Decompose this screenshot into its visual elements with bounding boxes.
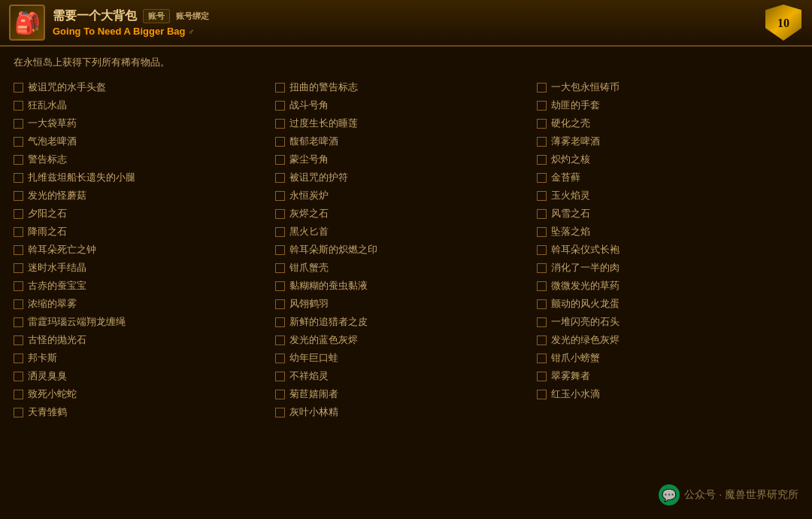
list-item: 发光的蓝色灰烬 (275, 331, 537, 349)
item-checkbox (275, 408, 285, 417)
item-label: 红玉小水滴 (551, 387, 600, 401)
list-item: 被诅咒的水手头盔 (14, 78, 275, 96)
item-checkbox (14, 83, 23, 93)
item-label: 雷霆玛瑙云端翔龙缠绳 (28, 315, 126, 329)
item-checkbox (275, 281, 285, 291)
item-label: 斡耳朵死亡之钟 (28, 243, 96, 256)
list-item: 幼年巨口蛙 (275, 349, 537, 367)
list-item: 一大包永恒铸币 (537, 78, 798, 96)
list-item: 微微发光的草药 (537, 277, 798, 295)
list-item: 斡耳朵死亡之钟 (14, 241, 275, 259)
list-item: 消化了一半的肉 (537, 259, 798, 277)
item-checkbox (537, 263, 547, 273)
item-label: 金苔藓 (551, 171, 580, 184)
item-label: 降雨之石 (28, 225, 67, 238)
list-item: 馥郁老啤酒 (275, 132, 537, 150)
item-label: 炽灼之核 (551, 153, 590, 166)
list-item: 洒灵臭臭 (14, 367, 275, 385)
item-label: 天青雏鹤 (28, 405, 67, 419)
item-label: 坠落之焰 (551, 225, 590, 238)
item-checkbox (275, 155, 285, 165)
item-checkbox (537, 209, 547, 219)
list-item: 致死小蛇蛇 (14, 385, 275, 403)
item-label: 狂乱水晶 (28, 99, 67, 112)
item-label: 不祥焰灵 (289, 369, 329, 383)
item-checkbox (275, 245, 285, 255)
item-label: 斡耳朵仪式长袍 (551, 243, 620, 256)
item-checkbox (275, 335, 285, 345)
item-checkbox (14, 281, 23, 291)
item-checkbox (14, 390, 23, 399)
item-label: 馥郁老啤酒 (289, 135, 338, 148)
item-label: 扭曲的警告标志 (289, 80, 358, 94)
list-item: 永恒炭炉 (275, 187, 537, 205)
trophy-badge: 10 (764, 3, 803, 42)
list-item: 雷霆玛瑙云端翔龙缠绳 (14, 313, 275, 331)
item-label: 钳爪小螃蟹 (551, 351, 600, 365)
item-label: 致死小蛇蛇 (28, 387, 77, 401)
item-label: 黏糊糊的蚕虫黏液 (289, 279, 368, 293)
list-item: 警告标志 (14, 150, 275, 168)
item-checkbox (14, 191, 23, 201)
item-checkbox (275, 101, 285, 111)
item-label: 菊苣嬉闹者 (289, 387, 338, 401)
item-checkbox (275, 390, 285, 399)
list-item: 气泡老啤酒 (14, 132, 275, 150)
list-item: 风雪之石 (537, 205, 798, 223)
wechat-icon: 💬 (659, 484, 680, 505)
item-checkbox (14, 137, 23, 147)
list-item: 发光的绿色灰烬 (537, 331, 798, 349)
item-checkbox (537, 155, 547, 165)
item-checkbox (537, 191, 547, 201)
list-item: 菊苣嬉闹者 (275, 385, 537, 403)
item-label: 过度生长的睡莲 (289, 117, 358, 130)
item-label: 被诅咒的护符 (289, 171, 348, 184)
item-label: 钳爪蟹壳 (289, 261, 329, 275)
item-checkbox (14, 299, 23, 309)
header: 需要一个大背包 账号 账号绑定 Going To Need A Bigger B… (0, 0, 812, 47)
item-label: 硬化之壳 (551, 117, 590, 130)
list-item: 一堆闪亮的石头 (537, 313, 798, 331)
item-checkbox (537, 354, 547, 363)
item-label: 一大包永恒铸币 (551, 80, 620, 94)
item-label: 一大袋草药 (28, 117, 77, 130)
items-container: 被诅咒的水手头盔扭曲的警告标志一大包永恒铸币狂乱水晶战斗号角劫匪的手套一大袋草药… (0, 75, 812, 424)
achievement-icon (9, 5, 45, 41)
item-label: 风翎鹤羽 (289, 297, 329, 311)
item-label: 灰烬之石 (289, 207, 329, 220)
list-item: 过度生长的睡莲 (275, 114, 537, 132)
item-checkbox (275, 372, 285, 381)
item-checkbox (537, 83, 547, 93)
list-item: 被诅咒的护符 (275, 168, 537, 187)
list-item: 夕阳之石 (14, 205, 275, 223)
header-left: 需要一个大背包 账号 账号绑定 Going To Need A Bigger B… (9, 5, 209, 41)
header-title-area: 需要一个大背包 账号 账号绑定 Going To Need A Bigger B… (53, 8, 209, 37)
item-label: 薄雾老啤酒 (551, 135, 600, 148)
item-checkbox (14, 119, 23, 129)
item-checkbox (14, 263, 23, 273)
description: 在永恒岛上获得下列所有稀有物品。 (0, 47, 812, 75)
item-label: 翠雾舞者 (551, 369, 590, 383)
item-label: 幼年巨口蛙 (289, 351, 338, 365)
list-item: 天青雏鹤 (14, 403, 275, 421)
list-item: 斡耳朵斯的炽燃之印 (275, 241, 537, 259)
list-item: 薄雾老啤酒 (537, 132, 798, 150)
item-label: 邦卡斯 (28, 351, 57, 365)
item-checkbox (537, 173, 547, 183)
item-checkbox (14, 173, 23, 183)
item-label: 灰叶小林精 (289, 405, 338, 419)
item-label: 新鲜的追猎者之皮 (289, 315, 368, 329)
item-label: 劫匪的手套 (551, 99, 600, 112)
list-item: 邦卡斯 (14, 349, 275, 367)
item-label: 古怪的抛光石 (28, 333, 86, 347)
item-checkbox (537, 281, 547, 291)
item-checkbox (14, 245, 23, 255)
item-label: 浓缩的翠雾 (28, 297, 77, 311)
item-checkbox (275, 191, 285, 201)
item-checkbox (14, 372, 23, 381)
item-checkbox (275, 317, 285, 327)
item-checkbox (14, 354, 23, 363)
item-checkbox (275, 263, 285, 273)
account-bind: 账号绑定 (176, 11, 209, 22)
watermark-text: 公众号 · 魔兽世界研究所 (684, 488, 798, 502)
